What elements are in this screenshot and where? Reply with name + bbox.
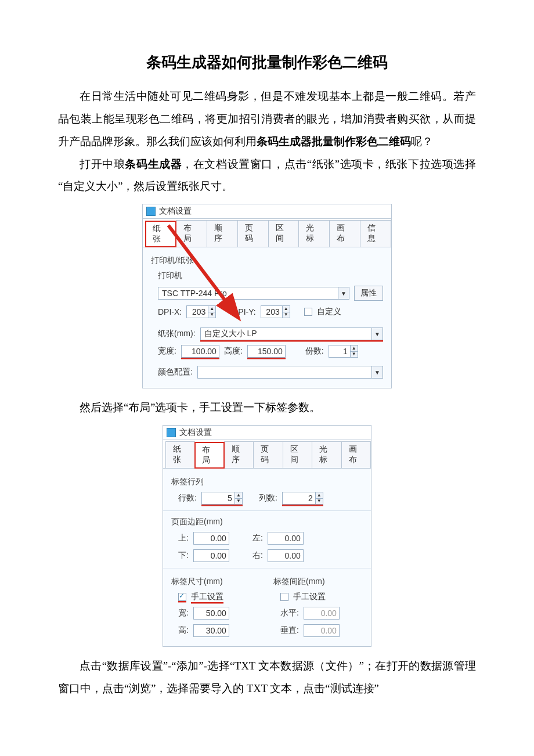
manual-size-checkbox[interactable] [178,593,186,601]
p2-b: 条码生成器 [125,158,182,170]
tab-info[interactable]: 信息 [360,220,391,247]
app-icon [167,428,176,437]
doc-title: 条码生成器如何批量制作彩色二维码 [58,52,476,73]
group-printer-paper: 打印机/纸张 [151,255,383,266]
dialog-document-settings-2: 文档设置 纸张 布局 顺序 页码 区间 光标 画布 标签行列 行数: 5▲▼ [163,425,371,647]
p1-b: 条码生成器批量制作彩色二维码 [257,135,411,147]
margin-bottom-input[interactable]: 0.00 [193,549,229,562]
margin-right-input[interactable]: 0.00 [268,549,304,562]
paragraph-2: 打开中琅条码生成器，在文档设置窗口，点击“纸张”选项卡，纸张下拉选项选择“自定义… [58,153,476,199]
dpi-y-label: DPI-Y: [232,307,255,316]
height-input[interactable]: 150.00 [247,345,286,358]
chevron-down-icon: ▼ [371,328,383,340]
dpi-y-stepper[interactable]: 203▲▼ [261,305,290,318]
tab-canvas[interactable]: 画布 [341,441,371,468]
chevron-down-icon: ▼ [338,287,349,299]
paper-value: 自定义大小 LP [201,328,371,340]
tabs-row: 纸张 布局 顺序 页码 区间 光标 画布 [163,440,371,469]
tab-canvas[interactable]: 画布 [329,220,360,247]
margin-left-label: 左: [252,533,263,543]
cols-label: 列数: [259,493,277,503]
color-profile-label: 颜色配置: [158,367,193,377]
paper-dropdown[interactable]: 自定义大小 LP ▼ [200,327,383,340]
paragraph-1: 在日常生活中随处可见二维码身影，但是不难发现基本上都是一般二维码。若产品包装上能… [58,85,476,153]
tab-order[interactable]: 顺序 [207,220,238,247]
vgap-label: 垂直: [280,625,299,636]
vgap-input[interactable]: 0.00 [304,624,340,637]
p1-c: 呢？ [411,136,433,147]
dialog-title: 文档设置 [179,427,212,438]
manual-gap-checkbox[interactable] [280,593,288,601]
paragraph-4: 点击“数据库设置”-“添加”-选择“TXT 文本数据源（文件）”；在打开的数据源… [58,655,476,700]
copies-stepper[interactable]: 1▲▼ [329,345,358,358]
printer-dropdown[interactable]: TSC TTP-244 Pro ▼ [158,287,349,300]
tab-order[interactable]: 顺序 [224,441,254,468]
cols-stepper[interactable]: 2▲▼ [282,492,323,505]
printer-properties-button[interactable]: 属性 [354,286,383,301]
chevron-down-icon: ▼ [371,366,383,378]
paragraph-3: 然后选择“布局”选项卡，手工设置一下标签参数。 [58,397,476,419]
tab-paper[interactable]: 纸张 [145,221,176,247]
dpi-x-stepper[interactable]: 203▲▼ [186,305,216,318]
rows-stepper[interactable]: 5▲▼ [201,492,243,505]
label-width-input[interactable]: 50.00 [193,607,229,620]
tab-cursor[interactable]: 光标 [298,220,330,247]
dialog-document-settings-1: 文档设置 纸张 布局 顺序 页码 区间 光标 画布 信息 打印机/纸张 打印机 … [142,204,392,388]
height-label: 高度: [224,346,243,357]
copies-label: 份数: [305,346,324,357]
group-label-size: 标签尺寸(mm) [171,577,261,587]
dialog-titlebar: 文档设置 [163,426,371,440]
tab-page-number[interactable]: 页码 [253,441,283,468]
label-height-input[interactable]: 30.00 [193,624,229,637]
tabs-row: 纸张 布局 顺序 页码 区间 光标 画布 信息 [143,219,391,247]
color-profile-dropdown[interactable]: ▼ [197,366,383,379]
width-label: 宽度: [158,346,176,357]
tab-cursor[interactable]: 光标 [312,441,341,468]
tab-layout[interactable]: 布局 [194,442,224,469]
margin-right-label: 右: [252,550,263,561]
printer-label: 打印机 [158,271,182,281]
dialog-titlebar: 文档设置 [143,204,391,219]
tab-page-number[interactable]: 页码 [237,220,269,247]
margin-left-input[interactable]: 0.00 [268,532,304,545]
tab-paper[interactable]: 纸张 [165,441,195,468]
tab-range[interactable]: 区间 [268,220,300,247]
label-height-label: 高: [178,625,189,636]
group-page-margin: 页面边距(mm) [171,517,363,527]
dialog-title: 文档设置 [159,206,192,217]
margin-top-label: 上: [178,533,189,543]
hgap-label: 水平: [280,608,299,618]
tab-layout[interactable]: 布局 [176,220,207,247]
margin-bottom-label: 下: [178,550,189,561]
app-icon [146,207,156,216]
p2-a: 打开中琅 [80,159,125,170]
hgap-input[interactable]: 0.00 [304,607,340,620]
manual-size-label: 手工设置 [191,592,223,602]
printer-value: TSC TTP-244 Pro [158,287,338,299]
manual-gap-label: 手工设置 [293,592,326,602]
group-rows-cols: 标签行列 [171,477,363,487]
width-input[interactable]: 100.00 [181,345,219,358]
group-label-gap: 标签间距(mm) [273,577,363,587]
dpi-x-label: DPI-X: [158,307,182,316]
rows-label: 行数: [178,493,197,503]
custom-dpi-checkbox[interactable] [304,308,312,316]
margin-top-input[interactable]: 0.00 [193,532,229,545]
tab-range[interactable]: 区间 [283,441,312,468]
custom-dpi-label: 自定义 [317,307,341,317]
paper-label: 纸张(mm): [158,329,196,339]
label-width-label: 宽: [178,608,189,618]
